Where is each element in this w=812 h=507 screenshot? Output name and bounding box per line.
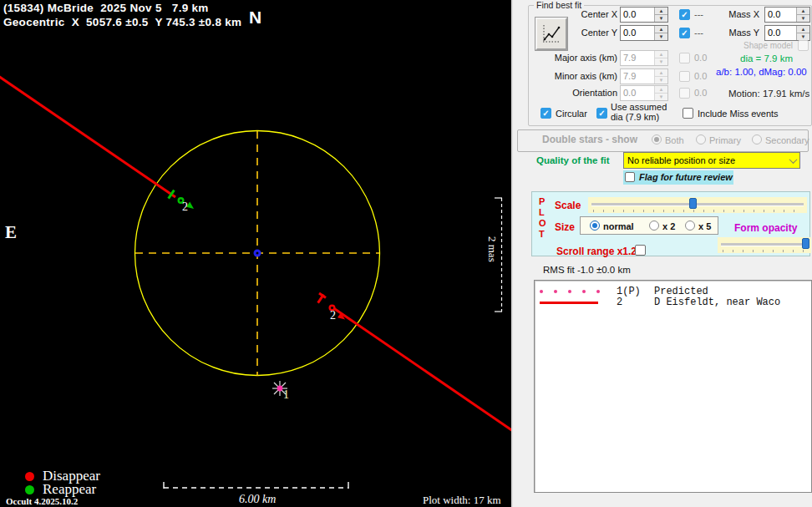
- spin-down-icon: ▼: [655, 94, 667, 100]
- minor-axis-spin-arrows: ▲▼: [654, 69, 667, 84]
- chord-listbox[interactable]: 1(P) Predicted 2 D Eisfeldt, near Waco: [534, 280, 812, 493]
- spin-down-icon: ▼: [655, 77, 667, 84]
- center-x-value[interactable]: 0.0: [621, 8, 654, 22]
- form-opacity-slider[interactable]: [718, 237, 811, 253]
- plot-canvas: [0, 0, 511, 507]
- major-axis-aux: 0.0: [694, 53, 707, 63]
- major-axis-fit-checkbox[interactable]: [679, 53, 690, 63]
- major-axis-label: Major axis (km): [546, 53, 617, 63]
- predicted-dotted-swatch: [540, 290, 600, 293]
- list-item-observed-chord[interactable]: 2 D Eisfeldt, near Waco: [535, 297, 811, 308]
- center-y-value[interactable]: 0.0: [621, 26, 654, 40]
- mass-y-label: Mass Y: [726, 28, 759, 38]
- circular-checkbox[interactable]: ✓: [540, 108, 551, 119]
- double-stars-radio-both[interactable]: [652, 134, 662, 144]
- mass-x-spin-arrows[interactable]: ▲▼: [796, 8, 809, 22]
- flag-review-checkbox[interactable]: [625, 172, 635, 182]
- quality-label: Quality of the fit: [536, 155, 610, 165]
- form-opacity-slider-thumb[interactable]: [802, 238, 809, 249]
- major-axis-spinner[interactable]: 7.9 ▲▼: [620, 50, 668, 66]
- mass-x-label: Mass X: [726, 9, 759, 19]
- double-stars-radio-secondary[interactable]: [752, 134, 762, 144]
- center-y-spin-arrows[interactable]: ▲▼: [654, 26, 667, 40]
- mass-x-value[interactable]: 0.0: [765, 8, 796, 22]
- spin-down-icon[interactable]: ▼: [655, 15, 667, 22]
- chord2-label-reappear: 2: [182, 200, 188, 214]
- predicted-star-label: 1: [283, 388, 289, 402]
- minor-axis-fit-checkbox[interactable]: [679, 71, 690, 82]
- scale-slider[interactable]: [588, 197, 807, 213]
- spin-up-icon[interactable]: ▲: [655, 26, 667, 33]
- size-x2-label: x 2: [662, 221, 675, 231]
- list-item-name: D Eisfeldt, near Waco: [654, 297, 780, 308]
- size-radio-x5[interactable]: [685, 221, 695, 231]
- orientation-value: 0.0: [621, 86, 654, 100]
- size-radio-group: normal x 2 x 5: [580, 216, 718, 235]
- scale-slider-thumb[interactable]: [689, 198, 697, 209]
- axis-ratio-text: a/b: 1.00, dMag: 0.00: [716, 67, 807, 77]
- orientation-aux: 0.0: [694, 88, 707, 98]
- center-y-spinner[interactable]: 0.0 ▲▼: [620, 25, 668, 41]
- check-icon: ✓: [680, 28, 689, 38]
- fit-control-panel: Find best fit Center X 0.0 ▲▼ ✓ --- Mass…: [511, 0, 812, 507]
- spin-down-icon[interactable]: ▼: [797, 33, 809, 40]
- double-stars-label: Double stars - show: [542, 134, 637, 145]
- reappear-dot-icon: [25, 485, 34, 494]
- plot-title-line2: Geocentric X 5057.6 ±0.5 Y 745.3 ±0.8 km: [3, 16, 241, 28]
- major-axis-spin-arrows: ▲▼: [654, 51, 667, 65]
- use-assumed-dia-checkbox[interactable]: ✓: [596, 108, 607, 119]
- orientation-spin-arrows: ▲▼: [654, 86, 667, 100]
- app-version: Occult 4.2025.10.2: [6, 496, 78, 506]
- mass-y-spin-arrows[interactable]: ▲▼: [796, 26, 809, 40]
- quality-dropdown[interactable]: No reliable position or size: [623, 152, 800, 169]
- sky-plot: (15834) McBride 2025 Nov 5 7.9 km Geocen…: [0, 0, 511, 507]
- legend-reappear-label: Reappear: [43, 481, 96, 498]
- spin-up-icon[interactable]: ▲: [797, 8, 809, 15]
- slider-ticks: [723, 250, 808, 252]
- double-stars-group: Double stars - show Both Primary Seconda…: [517, 129, 809, 152]
- scroll-range-checkbox[interactable]: [635, 245, 646, 256]
- size-radio-x2[interactable]: [649, 221, 659, 231]
- spin-up-icon[interactable]: ▲: [655, 8, 667, 15]
- shape-model-label: Shape model: [724, 41, 793, 50]
- use-assumed-line1: Use assumed: [611, 102, 667, 112]
- mass-x-spinner[interactable]: 0.0 ▲▼: [764, 7, 810, 23]
- include-miss-checkbox[interactable]: [683, 108, 693, 119]
- east-label: E: [5, 222, 17, 243]
- check-icon: ✓: [541, 109, 551, 119]
- mass-y-value[interactable]: 0.0: [765, 26, 796, 40]
- center-y-dash: ---: [694, 28, 703, 38]
- chord2-ingress-line: [0, 76, 175, 197]
- double-stars-radio-primary[interactable]: [696, 134, 706, 144]
- chord2-egress-line: [332, 307, 511, 431]
- minor-axis-spinner[interactable]: 7.9 ▲▼: [620, 68, 668, 84]
- orientation-spinner[interactable]: 0.0 ▲▼: [620, 85, 668, 101]
- spin-down-icon[interactable]: ▼: [655, 33, 667, 40]
- spin-down-icon[interactable]: ▼: [797, 15, 809, 22]
- shape-model-checkbox[interactable]: [798, 40, 809, 51]
- north-label: N: [249, 8, 261, 28]
- plot-controls-box: P L O T Scale Size normal x 2 x 5 Form o…: [531, 191, 810, 256]
- spin-up-icon[interactable]: ▲: [797, 26, 809, 33]
- center-x-spin-arrows[interactable]: ▲▼: [654, 8, 667, 22]
- spin-up-icon: ▲: [655, 51, 667, 58]
- size-label: Size: [555, 221, 575, 233]
- double-stars-both-label: Both: [665, 135, 684, 145]
- chevron-down-icon[interactable]: [786, 153, 799, 168]
- plot-letter-p: P: [539, 196, 545, 206]
- chord2-label-disappear: 2: [330, 309, 336, 322]
- size-radio-normal[interactable]: [590, 221, 600, 231]
- motion-text: Motion: 17.91 km/s: [728, 89, 809, 99]
- legend-reappear: Reappear: [25, 481, 96, 498]
- center-x-spinner[interactable]: 0.0 ▲▼: [620, 7, 668, 23]
- center-y-fit-checkbox[interactable]: ✓: [679, 28, 690, 38]
- center-x-fit-checkbox[interactable]: ✓: [679, 9, 690, 20]
- mass-y-spinner[interactable]: 0.0 ▲▼: [764, 25, 810, 41]
- orientation-fit-checkbox[interactable]: [679, 88, 690, 99]
- rms-fit-label: RMS fit -1.0 ±0.0 km: [543, 265, 631, 275]
- occult-fit-window: (15834) McBride 2025 Nov 5 7.9 km Geocen…: [0, 0, 812, 507]
- plot-letter-l: L: [539, 207, 545, 217]
- plot-title-line1: (15834) McBride 2025 Nov 5 7.9 km: [3, 2, 209, 14]
- list-item-predicted[interactable]: 1(P) Predicted: [535, 286, 811, 297]
- mas-scale-label: 2 mas: [485, 236, 499, 262]
